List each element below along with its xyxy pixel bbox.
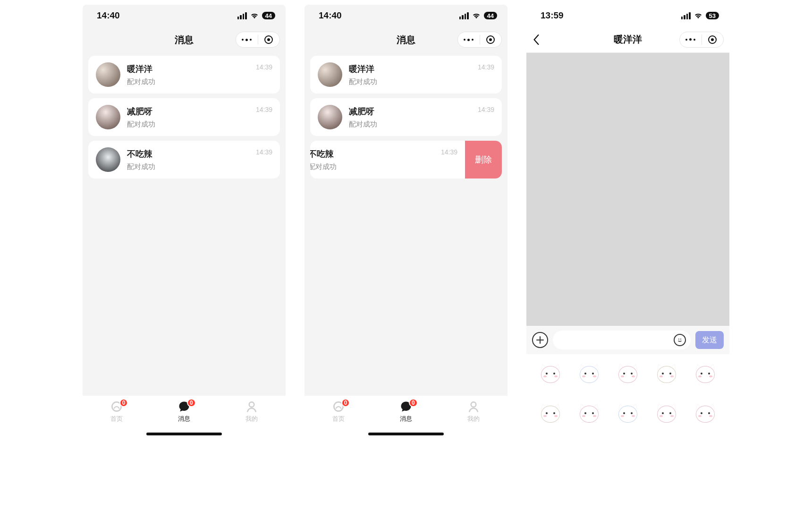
miniapp-capsule[interactable] xyxy=(679,32,724,48)
miniapp-capsule[interactable] xyxy=(457,32,502,48)
tab-badge: 0 xyxy=(409,399,418,407)
conversation-item[interactable]: 暖洋洋 配对成功 14:39 xyxy=(310,56,502,94)
send-button[interactable]: 发送 xyxy=(695,331,724,349)
sticker-item[interactable] xyxy=(691,400,720,429)
avatar xyxy=(96,62,120,87)
conversation-list: 暖洋洋 配对成功 14:39 减肥呀 配对成功 14:39 不吃辣 配对成功 1… xyxy=(83,53,286,183)
status-bar: 14:40 44 xyxy=(304,5,507,26)
title-bar: 消息 xyxy=(83,26,286,53)
conversation-name: 不吃辣 xyxy=(127,148,256,160)
status-bar: 14:40 44 xyxy=(83,5,286,26)
tab-home[interactable]: 0 首页 xyxy=(83,400,150,439)
tab-profile[interactable]: 我的 xyxy=(440,400,507,439)
sticker-item[interactable] xyxy=(536,360,565,389)
status-time: 14:40 xyxy=(319,10,342,21)
conversation-time: 14:39 xyxy=(256,148,272,156)
conversation-item-swiped[interactable]: 删除 不吃辣 配对成功 14:39 xyxy=(310,141,502,178)
home-indicator[interactable] xyxy=(146,433,222,435)
capsule-close-icon[interactable] xyxy=(258,35,280,44)
sticker-item[interactable] xyxy=(613,400,643,429)
battery-indicator: 44 xyxy=(262,12,275,19)
chat-message-area[interactable] xyxy=(526,53,729,326)
svg-point-4 xyxy=(678,339,679,340)
title-bar: 暖洋洋 xyxy=(526,26,729,53)
screen-messages-list: 14:40 44 消息 暖洋洋 配对成功 14:39 减肥呀 配对成功 xyxy=(83,5,286,439)
tab-profile[interactable]: 我的 xyxy=(218,400,286,439)
sticker-item[interactable] xyxy=(652,360,681,389)
delete-label: 删除 xyxy=(475,154,492,165)
message-input[interactable] xyxy=(553,331,691,349)
avatar xyxy=(96,105,120,129)
conversation-preview: 配对成功 xyxy=(310,162,441,171)
tab-bar: 0 首页 0 消息 我的 xyxy=(304,396,507,439)
capsule-menu-icon[interactable] xyxy=(236,39,258,41)
miniapp-capsule[interactable] xyxy=(236,32,280,48)
svg-point-3 xyxy=(471,402,476,407)
battery-indicator: 53 xyxy=(706,12,719,19)
page-title: 消息 xyxy=(397,34,415,46)
sticker-item[interactable] xyxy=(536,400,565,429)
avatar xyxy=(318,105,342,129)
conversation-name: 不吃辣 xyxy=(310,148,441,160)
conversation-time: 14:39 xyxy=(478,63,494,71)
conversation-name: 减肥呀 xyxy=(127,106,256,117)
user-icon xyxy=(466,400,481,414)
status-time: 13:59 xyxy=(541,10,564,21)
conversation-item[interactable]: 减肥呀 配对成功 14:39 xyxy=(310,98,502,136)
home-indicator[interactable] xyxy=(368,433,444,435)
svg-point-1 xyxy=(249,402,254,407)
conversation-time: 14:39 xyxy=(478,106,494,113)
tab-badge: 0 xyxy=(119,399,128,407)
tab-badge: 0 xyxy=(187,399,196,407)
title-bar: 消息 xyxy=(304,26,507,53)
cellular-signal-icon xyxy=(237,12,247,19)
page-title: 消息 xyxy=(175,34,194,46)
send-label: 发送 xyxy=(702,335,717,345)
tab-label: 消息 xyxy=(178,415,190,423)
sticker-item[interactable] xyxy=(691,360,720,389)
chat-title: 暖洋洋 xyxy=(614,33,642,46)
conversation-time: 14:39 xyxy=(256,106,272,113)
user-icon xyxy=(245,400,259,414)
conversation-preview: 配对成功 xyxy=(127,162,256,171)
conversation-name: 暖洋洋 xyxy=(127,63,256,75)
conversation-time: 14:39 xyxy=(441,148,457,156)
attach-button[interactable] xyxy=(532,332,548,348)
screen-messages-swipe: 14:40 44 消息 暖洋洋 配对成功 14:39 减肥呀 配对成功 xyxy=(304,5,507,439)
svg-point-5 xyxy=(680,339,681,340)
conversation-time: 14:39 xyxy=(256,63,272,71)
capsule-close-icon[interactable] xyxy=(702,35,724,44)
delete-button[interactable]: 删除 xyxy=(465,141,502,178)
conversation-item[interactable]: 减肥呀 配对成功 14:39 xyxy=(88,98,280,136)
capsule-menu-icon[interactable] xyxy=(458,39,480,41)
tab-label: 消息 xyxy=(400,415,412,423)
conversation-list: 暖洋洋 配对成功 14:39 减肥呀 配对成功 14:39 删除 不吃辣 配对成… xyxy=(304,53,507,183)
status-time: 14:40 xyxy=(97,10,120,21)
conversation-item[interactable]: 暖洋洋 配对成功 14:39 xyxy=(88,56,280,94)
tab-badge: 0 xyxy=(341,399,350,407)
tab-home[interactable]: 0 首页 xyxy=(304,400,372,439)
sticker-item[interactable] xyxy=(575,360,604,389)
sticker-panel xyxy=(526,354,729,439)
conversation-preview: 配对成功 xyxy=(127,77,256,86)
capsule-menu-icon[interactable] xyxy=(680,38,702,41)
status-indicators: 53 xyxy=(681,12,719,19)
capsule-close-icon[interactable] xyxy=(480,35,502,44)
wifi-icon xyxy=(472,12,481,19)
status-indicators: 44 xyxy=(459,12,497,19)
conversation-item[interactable]: 不吃辣 配对成功 14:39 xyxy=(88,141,280,178)
back-button[interactable] xyxy=(533,26,548,52)
sticker-item[interactable] xyxy=(575,400,604,429)
wifi-icon xyxy=(694,12,703,19)
avatar xyxy=(96,147,120,172)
sticker-item[interactable] xyxy=(613,360,643,389)
conversation-preview: 配对成功 xyxy=(349,120,478,129)
chat-input-bar: 发送 xyxy=(526,326,729,354)
tab-label: 首页 xyxy=(110,415,123,423)
sticker-item[interactable] xyxy=(652,400,681,429)
emoji-button[interactable] xyxy=(674,334,686,346)
cellular-signal-icon xyxy=(459,12,469,19)
conversation-name: 减肥呀 xyxy=(349,106,478,117)
conversation-name: 暖洋洋 xyxy=(349,63,478,75)
tab-label: 我的 xyxy=(467,415,480,423)
